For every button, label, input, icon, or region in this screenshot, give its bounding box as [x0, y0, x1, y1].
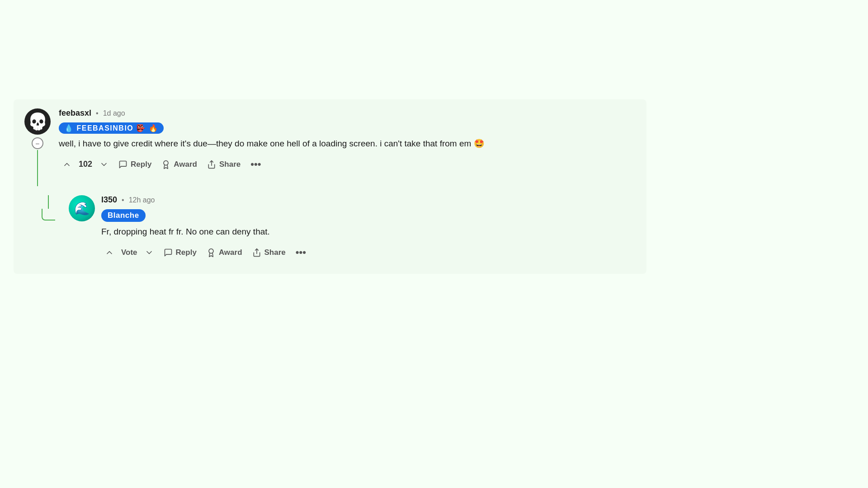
nested-reply-area: 🌊 l350 • 12h ago Blanche Fr, dropping he… [24, 195, 636, 260]
svg-point-2 [209, 249, 213, 253]
username: feebasxl [59, 108, 91, 118]
reply-avatar-icon: 🌊 [74, 201, 90, 216]
avatar: 💀 [24, 108, 51, 135]
vote-count: 102 [79, 160, 92, 169]
share-icon [207, 160, 216, 169]
collapse-button[interactable]: – [32, 137, 43, 149]
reply-downvote-button[interactable] [141, 245, 157, 260]
left-rail [37, 195, 60, 260]
reply-vote-group: Vote [101, 245, 157, 260]
avatar-image: 💀 [28, 113, 48, 130]
downvote-button[interactable] [96, 157, 112, 172]
reply-reply-button[interactable]: Reply [160, 245, 200, 260]
comment-thread: 💀 – feebasxl • 1d ago 💧 FEEBASINBIO [14, 99, 646, 274]
reply-username: l350 [101, 195, 117, 205]
top-comment: 💀 – feebasxl • 1d ago 💧 FEEBASINBIO [24, 108, 636, 186]
reply-award-label: Award [219, 248, 242, 257]
reply-reply-label: Reply [176, 248, 197, 257]
comment-text: well, i have to give credit where it's d… [59, 137, 636, 150]
reply-award-button[interactable]: Award [203, 245, 246, 260]
vote-group: 102 [59, 157, 112, 172]
reply-share-label: Share [264, 248, 286, 257]
reply-award-icon [207, 248, 216, 257]
reply-flair-badge[interactable]: Blanche [101, 209, 146, 222]
reply-body: l350 • 12h ago Blanche Fr, dropping heat… [101, 195, 636, 260]
downvote-icon [99, 160, 108, 169]
nested-comment: 🌊 l350 • 12h ago Blanche Fr, dropping he… [69, 195, 636, 260]
reply-action-bar: Vote Reply Award [101, 245, 636, 260]
reply-more-options-button[interactable]: ••• [292, 245, 310, 260]
separator: • [96, 109, 99, 117]
minus-icon: – [36, 140, 39, 147]
reply-downvote-icon [145, 248, 154, 257]
reply-more-dots: ••• [296, 247, 306, 258]
reply-upvote-icon [105, 248, 114, 257]
upvote-icon [62, 160, 71, 169]
more-dots: ••• [250, 159, 261, 170]
reply-flair-text: Blanche [108, 211, 139, 220]
share-button[interactable]: Share [203, 157, 244, 172]
more-options-button[interactable]: ••• [247, 157, 264, 172]
top-comment-body: feebasxl • 1d ago 💧 FEEBASINBIO 👺 🔥 well… [59, 108, 636, 172]
reply-header: l350 • 12h ago [101, 195, 636, 205]
curve-connector [42, 209, 55, 221]
award-button[interactable]: Award [158, 157, 201, 172]
thread-line-top [48, 195, 49, 209]
reply-avatar: 🌊 [69, 195, 95, 221]
reply-reply-icon [164, 248, 173, 257]
reply-vote-label: Vote [121, 248, 137, 257]
flair-text: 💧 FEEBASINBIO 👺 🔥 [64, 124, 158, 132]
reply-timestamp: 12h ago [129, 196, 155, 204]
reply-separator: • [122, 196, 124, 204]
reply-button[interactable]: Reply [115, 157, 155, 172]
award-label: Award [174, 160, 197, 169]
reply-share-button[interactable]: Share [249, 245, 289, 260]
award-icon [161, 160, 170, 169]
flair-badge[interactable]: 💧 FEEBASINBIO 👺 🔥 [59, 122, 164, 134]
thread-line [37, 150, 38, 186]
reply-text: Fr, dropping heat fr fr. No one can deny… [101, 225, 636, 239]
svg-point-0 [164, 160, 168, 165]
timestamp: 1d ago [103, 109, 125, 117]
reply-label: Reply [131, 160, 151, 169]
top-comment-action-bar: 102 Reply Award [59, 157, 636, 172]
reply-icon [118, 160, 127, 169]
share-label: Share [219, 160, 241, 169]
reply-share-icon [252, 248, 261, 257]
nested-comment-inner: 🌊 l350 • 12h ago Blanche Fr, dropping he… [69, 195, 636, 260]
reply-upvote-button[interactable] [101, 245, 118, 260]
upvote-button[interactable] [59, 157, 75, 172]
comment-header: feebasxl • 1d ago [59, 108, 636, 118]
